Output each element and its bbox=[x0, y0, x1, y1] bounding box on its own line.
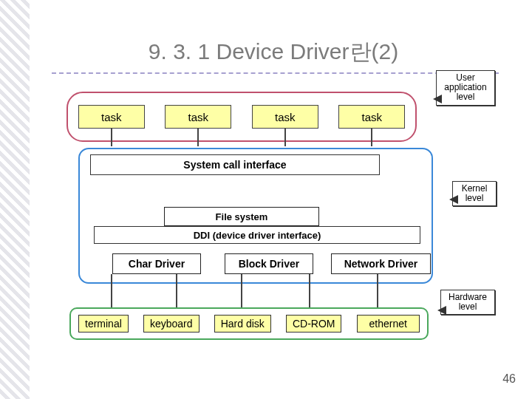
slide-title: 9. 3. 1 Device Driver란(2) bbox=[74, 37, 473, 67]
connector-line bbox=[309, 274, 310, 310]
block-driver-box: Block Driver bbox=[225, 253, 313, 274]
hardware-level-container: terminal keyboard Hard disk CD-ROM ether… bbox=[69, 307, 429, 340]
callout-kernel-level: Kernel level bbox=[452, 181, 497, 206]
page-number: 46 bbox=[502, 372, 516, 386]
connector-line bbox=[111, 274, 112, 310]
callout-user-level: User application level bbox=[436, 70, 495, 106]
connector-line bbox=[176, 274, 177, 310]
callout-kernel-tail bbox=[449, 195, 458, 204]
callout-hardware-tail bbox=[437, 306, 446, 315]
task-box: task bbox=[78, 105, 145, 129]
hardware-cdrom: CD-ROM bbox=[286, 315, 342, 332]
ddi-box: DDI (device driver interface) bbox=[94, 226, 420, 244]
hardware-keyboard: keyboard bbox=[143, 315, 200, 332]
task-box: task bbox=[165, 105, 231, 129]
char-driver-box: Char Driver bbox=[112, 253, 201, 274]
file-system-box: File system bbox=[164, 207, 319, 226]
hardware-terminal: terminal bbox=[78, 315, 129, 332]
connector-line bbox=[377, 274, 378, 310]
connector-line bbox=[241, 274, 242, 310]
system-call-interface: System call interface bbox=[90, 154, 380, 175]
user-level-container: task task task task bbox=[66, 92, 417, 142]
task-box: task bbox=[252, 105, 318, 129]
task-box: task bbox=[338, 105, 405, 129]
decorative-sidebar bbox=[0, 0, 30, 399]
hardware-harddisk: Hard disk bbox=[214, 315, 271, 332]
callout-hardware-level: Hardware level bbox=[440, 290, 495, 315]
title-divider bbox=[52, 72, 499, 74]
network-driver-box: Network Driver bbox=[331, 253, 431, 274]
callout-user-tail bbox=[433, 95, 442, 103]
hardware-ethernet: ethernet bbox=[357, 315, 420, 332]
